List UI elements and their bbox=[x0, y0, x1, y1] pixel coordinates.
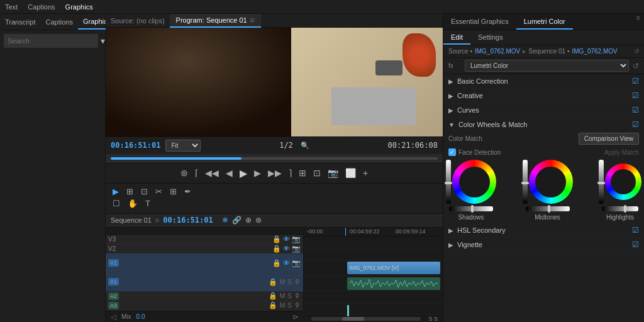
a1-clip[interactable] bbox=[347, 277, 440, 290]
topbar-item-graphics[interactable]: Graphics bbox=[65, 3, 93, 11]
slip-tool[interactable]: ⊞ bbox=[168, 186, 179, 197]
section-vignette[interactable]: ▶ Vignette ☑ bbox=[443, 238, 644, 252]
a3-mic-icon[interactable]: 🎙 bbox=[294, 301, 301, 309]
zoom-icon[interactable]: 🔍 bbox=[301, 142, 309, 150]
fit-select[interactable]: Fit 25% 50% 100% bbox=[165, 140, 201, 152]
timeline-scroll-bar[interactable]: S S bbox=[304, 315, 443, 322]
program-tab[interactable]: Program: Sequence 01 ≡ bbox=[170, 14, 261, 28]
add-button[interactable]: + bbox=[360, 165, 370, 180]
track-content-v1[interactable]: IMG_0761.MOV [V] bbox=[304, 260, 443, 275]
track-content-v2[interactable] bbox=[304, 248, 443, 260]
section-curves[interactable]: ▶ Curves ☑ bbox=[443, 103, 644, 118]
a1-s-icon[interactable]: S bbox=[287, 278, 292, 286]
track-select-tool[interactable]: ⊞ bbox=[125, 186, 135, 197]
a1-mic-icon[interactable]: 🎙 bbox=[294, 278, 301, 286]
apply-match-button[interactable]: Apply Match bbox=[604, 149, 639, 156]
select-tool[interactable]: ▶ bbox=[111, 186, 121, 197]
zoom-out-icon[interactable]: ◁ bbox=[111, 313, 116, 321]
v1-clip[interactable]: IMG_0761.MOV [V] bbox=[347, 262, 440, 274]
v1-lock-icon[interactable]: 🔒 bbox=[272, 259, 281, 267]
settings-icon[interactable]: ⊛ bbox=[255, 216, 262, 225]
scrollbar-thumb[interactable] bbox=[342, 317, 364, 321]
seq-file-link[interactable]: IMG_0762.MOV bbox=[572, 48, 617, 55]
basic-check[interactable]: ☑ bbox=[632, 77, 639, 86]
right-scrollable[interactable]: ▶ Basic Correction ☑ ▶ Creative ☑ ▶ Curv… bbox=[443, 74, 644, 322]
v2-cam-icon[interactable]: 📷 bbox=[292, 245, 301, 253]
shadows-h-slider[interactable] bbox=[449, 206, 493, 211]
face-detect-checkbox[interactable]: ✓ bbox=[448, 148, 456, 156]
v2-lock-icon[interactable]: 🔒 bbox=[272, 245, 281, 253]
tab-transcript[interactable]: Transcript bbox=[0, 14, 41, 30]
pen-tool[interactable]: ✒ bbox=[182, 186, 193, 197]
topbar-item-captions[interactable]: Captions bbox=[28, 3, 55, 11]
highlights-color-wheel[interactable] bbox=[605, 164, 641, 200]
fx-reset-btn[interactable]: ↺ bbox=[633, 62, 639, 70]
midtones-h-slider[interactable] bbox=[526, 206, 570, 211]
a2-lock-icon[interactable]: 🔒 bbox=[269, 292, 277, 300]
creative-check[interactable]: ☑ bbox=[632, 91, 639, 100]
a1-lock-icon[interactable]: 🔒 bbox=[269, 278, 277, 286]
step-back-button[interactable]: ⊛ bbox=[178, 165, 191, 180]
v1-target[interactable]: V1 bbox=[108, 259, 119, 267]
prev-marker-icon[interactable]: ⊳ bbox=[292, 313, 299, 321]
comparison-view-button[interactable]: Comparison View bbox=[579, 133, 639, 145]
reset-icon[interactable]: ↺ bbox=[634, 48, 639, 55]
add-marker-icon[interactable]: ⊕ bbox=[245, 216, 252, 225]
mark-out-button[interactable]: ⌉ bbox=[286, 165, 294, 180]
a2-s-icon[interactable]: S bbox=[287, 292, 292, 300]
timeline-scrollbar[interactable] bbox=[311, 317, 421, 321]
compare-button[interactable]: ⬜ bbox=[343, 165, 358, 180]
insert-button[interactable]: ⊞ bbox=[296, 165, 309, 180]
a3-s-icon[interactable]: S bbox=[287, 301, 292, 309]
vignette-check[interactable]: ☑ bbox=[632, 240, 639, 249]
highlights-v-slider[interactable] bbox=[599, 160, 604, 204]
section-hsl-secondary[interactable]: ▶ HSL Secondary ☑ bbox=[443, 223, 644, 238]
tab-essential-graphics[interactable]: Essential Graphics bbox=[443, 14, 516, 30]
a1-target[interactable]: A1 bbox=[108, 278, 119, 286]
tab-lumetri-color[interactable]: Lumetri Color bbox=[516, 14, 573, 30]
zoom-tool[interactable]: ✋ bbox=[126, 198, 140, 209]
section-color-wheels[interactable]: ▼ Color Wheels & Match ☑ bbox=[443, 118, 644, 131]
track-content-a3[interactable] bbox=[304, 303, 443, 315]
sub-tab-edit[interactable]: Edit bbox=[443, 30, 470, 45]
section-creative[interactable]: ▶ Creative ☑ bbox=[443, 89, 644, 103]
next-button[interactable]: ▶ bbox=[252, 165, 264, 180]
a3-lock-icon[interactable]: 🔒 bbox=[269, 301, 277, 309]
progress-bar[interactable] bbox=[106, 154, 443, 163]
tab-captions[interactable]: Captions bbox=[41, 14, 78, 30]
curves-check[interactable]: ☑ bbox=[632, 106, 639, 114]
midtones-v-slider[interactable] bbox=[523, 160, 528, 204]
link-icon[interactable]: 🔗 bbox=[232, 216, 242, 225]
search-input[interactable] bbox=[4, 34, 98, 48]
a2-m-icon[interactable]: M bbox=[279, 292, 285, 300]
midtones-color-wheel[interactable] bbox=[529, 160, 573, 204]
sub-tab-settings[interactable]: Settings bbox=[470, 30, 511, 45]
track-content-a1[interactable] bbox=[304, 276, 443, 291]
v2-eye-icon[interactable]: 👁 bbox=[283, 245, 290, 253]
v3-eye-icon[interactable]: 👁 bbox=[283, 235, 290, 243]
overwrite-button[interactable]: ⊡ bbox=[311, 165, 323, 180]
v3-cam-icon[interactable]: 📷 bbox=[292, 235, 301, 243]
filter-icon[interactable]: ▾ bbox=[101, 36, 105, 46]
section-basic-correction[interactable]: ▶ Basic Correction ☑ bbox=[443, 74, 644, 89]
shadows-v-slider[interactable] bbox=[446, 160, 451, 204]
razor-tool[interactable]: ✂ bbox=[153, 186, 164, 197]
prev-button[interactable]: ◀ bbox=[223, 165, 235, 180]
fx-select[interactable]: Lumetri Color bbox=[465, 60, 629, 72]
hand-tool[interactable]: ☐ bbox=[111, 198, 122, 209]
v3-lock-icon[interactable]: 🔒 bbox=[272, 235, 281, 243]
highlights-h-slider[interactable] bbox=[602, 206, 638, 211]
export-frame-button[interactable]: 📷 bbox=[325, 165, 341, 180]
a1-m-icon[interactable]: M bbox=[279, 278, 285, 286]
a2-mic-icon[interactable]: 🎙 bbox=[294, 292, 301, 300]
ripple-tool[interactable]: ⊡ bbox=[139, 186, 150, 197]
next-frame-button[interactable]: ▶▶ bbox=[265, 165, 284, 180]
source-file-link[interactable]: IMG_0762.MOV bbox=[475, 48, 520, 55]
prev-frame-button[interactable]: ◀◀ bbox=[203, 165, 221, 180]
type-tool[interactable]: T bbox=[143, 198, 152, 209]
v1-cam-icon[interactable]: 📷 bbox=[292, 259, 301, 267]
track-content-a2[interactable] bbox=[304, 291, 443, 303]
hsl-check[interactable]: ☑ bbox=[632, 226, 639, 235]
a3-m-icon[interactable]: M bbox=[279, 301, 285, 309]
track-content-v3[interactable] bbox=[304, 236, 443, 248]
